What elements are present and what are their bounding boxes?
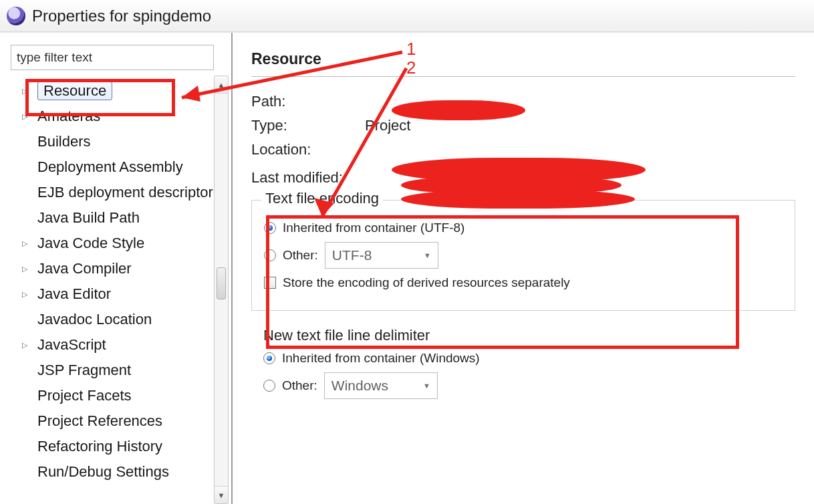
tree-item-label: Deployment Assembly (37, 158, 183, 176)
modified-value-redacted (365, 169, 646, 191)
eclipse-icon (7, 7, 25, 25)
delimiter-inherited-label: Inherited from container (Windows) (282, 351, 480, 366)
tree-item-label: Amateras (37, 108, 100, 125)
encoding-other-value: UTF-8 (332, 247, 372, 263)
filter-placeholder: type filter text (17, 50, 92, 65)
location-label: Location: (251, 141, 365, 162)
modified-label: Last modified: (251, 169, 365, 191)
expand-icon[interactable]: ▷ (20, 290, 29, 299)
path-label: Path: (251, 93, 365, 110)
tree-item-java-code-style[interactable]: ▷Java Code Style (7, 231, 231, 256)
line-delimiter-group: New text file line delimiter Inherited f… (251, 320, 795, 419)
encoding-other-combo[interactable]: UTF-8 ▼ (325, 242, 438, 269)
encoding-other-radio[interactable] (264, 249, 276, 261)
scroll-up-icon[interactable]: ▲ (215, 76, 228, 94)
path-value-redacted (365, 93, 525, 110)
delimiter-other-value: Windows (331, 378, 388, 394)
tree-item-run-debug-settings[interactable]: ▷Run/Debug Settings (7, 459, 231, 485)
expand-icon[interactable]: ▷ (20, 87, 29, 96)
tree-item-label: EJB deployment descriptor (37, 184, 213, 201)
tree-item-label: Java Code Style (37, 235, 144, 252)
delimiter-other-combo[interactable]: Windows ▼ (324, 372, 438, 399)
tree-item-label: Project References (37, 412, 162, 430)
tree-item-java-build-path[interactable]: ▷Java Build Path (7, 205, 231, 231)
delimiter-other-radio[interactable] (263, 380, 275, 392)
encoding-legend: Text file encoding (261, 190, 383, 207)
filter-input[interactable]: type filter text (11, 45, 214, 70)
tree-item-label: Java Compiler (37, 260, 132, 277)
properties-tree[interactable]: ▷Resource▷Amateras▷Builders▷Deployment A… (7, 76, 231, 504)
tree-item-jsp-fragment[interactable]: ▷JSP Fragment (7, 358, 231, 383)
tree-item-java-compiler[interactable]: ▷Java Compiler (7, 256, 231, 281)
tree-item-javadoc-location[interactable]: ▷Javadoc Location (7, 307, 231, 332)
tree-item-label: JSP Fragment (37, 362, 131, 379)
tree-item-label: Builders (37, 133, 90, 150)
tree-item-label: Refactoring History (37, 438, 162, 455)
tree-item-java-editor[interactable]: ▷Java Editor (7, 281, 231, 307)
chevron-down-icon: ▼ (423, 382, 430, 390)
delimiter-legend: New text file line delimiter (263, 327, 783, 344)
expand-icon[interactable]: ▷ (20, 341, 29, 350)
encoding-inherited-radio[interactable] (264, 222, 276, 234)
tree-item-label: Run/Debug Settings (37, 463, 169, 481)
tree-item-project-facets[interactable]: ▷Project Facets (7, 383, 231, 408)
encoding-inherited-label: Inherited from container (UTF-8) (283, 221, 464, 235)
text-file-encoding-group: Text file encoding Inherited from contai… (251, 200, 795, 311)
tree-item-label: JavaScript (37, 336, 106, 354)
tree-item-project-references[interactable]: ▷Project References (7, 408, 231, 434)
chevron-down-icon: ▼ (424, 251, 431, 259)
titlebar: Properties for spingdemo (0, 0, 814, 32)
store-derived-checkbox[interactable] (264, 277, 276, 289)
properties-tree-pane: type filter text ▷Resource▷Amateras▷Buil… (0, 33, 233, 504)
page-title: Resource (251, 50, 795, 77)
tree-item-deployment-assembly[interactable]: ▷Deployment Assembly (7, 154, 231, 180)
tree-item-builders[interactable]: ▷Builders (7, 129, 231, 154)
tree-item-amateras[interactable]: ▷Amateras (7, 104, 231, 129)
encoding-other-label: Other: (283, 248, 318, 263)
tree-scrollbar[interactable]: ▲ ▼ (214, 76, 229, 504)
tree-item-ejb-deployment-descriptor[interactable]: ▷EJB deployment descriptor (7, 180, 231, 205)
tree-item-label: Project Facets (37, 387, 132, 404)
scroll-thumb[interactable] (217, 267, 226, 299)
tree-item-javascript[interactable]: ▷JavaScript (7, 332, 231, 358)
tree-item-resource[interactable]: ▷Resource (7, 78, 231, 104)
scroll-down-icon[interactable]: ▼ (215, 486, 228, 503)
type-value: Project (365, 117, 410, 134)
tree-item-label: Java Editor (37, 285, 111, 303)
window-title: Properties for spingdemo (32, 7, 211, 25)
tree-item-label: Resource (37, 82, 112, 100)
resource-page: Resource Path: Type: Project Location: L… (233, 33, 814, 504)
delimiter-inherited-radio[interactable] (263, 352, 275, 364)
store-derived-label: Store the encoding of derived resources … (283, 275, 570, 290)
tree-item-label: Javadoc Location (37, 311, 152, 328)
expand-icon[interactable]: ▷ (20, 265, 29, 273)
tree-item-label: Java Build Path (37, 209, 140, 227)
expand-icon[interactable]: ▷ (20, 239, 29, 248)
type-label: Type: (251, 117, 365, 134)
delimiter-other-label: Other: (282, 378, 317, 393)
expand-icon[interactable]: ▷ (20, 112, 29, 121)
tree-item-refactoring-history[interactable]: ▷Refactoring History (7, 434, 231, 459)
location-value-redacted (365, 141, 646, 162)
